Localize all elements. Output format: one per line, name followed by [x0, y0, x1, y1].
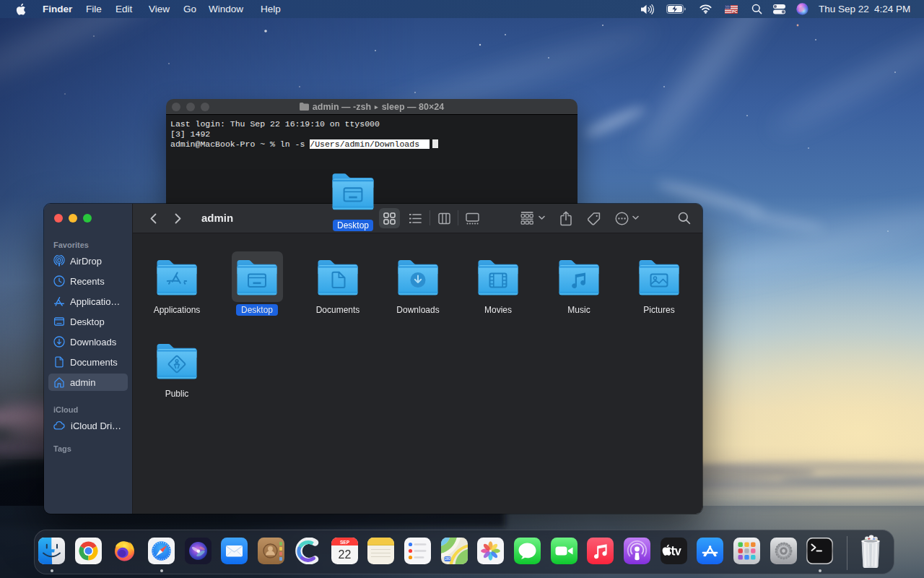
svg-text:280: 280: [445, 557, 450, 561]
svg-text:SEP: SEP: [339, 540, 349, 545]
svg-text:PC: PC: [732, 9, 738, 14]
svg-text:22: 22: [338, 548, 351, 561]
